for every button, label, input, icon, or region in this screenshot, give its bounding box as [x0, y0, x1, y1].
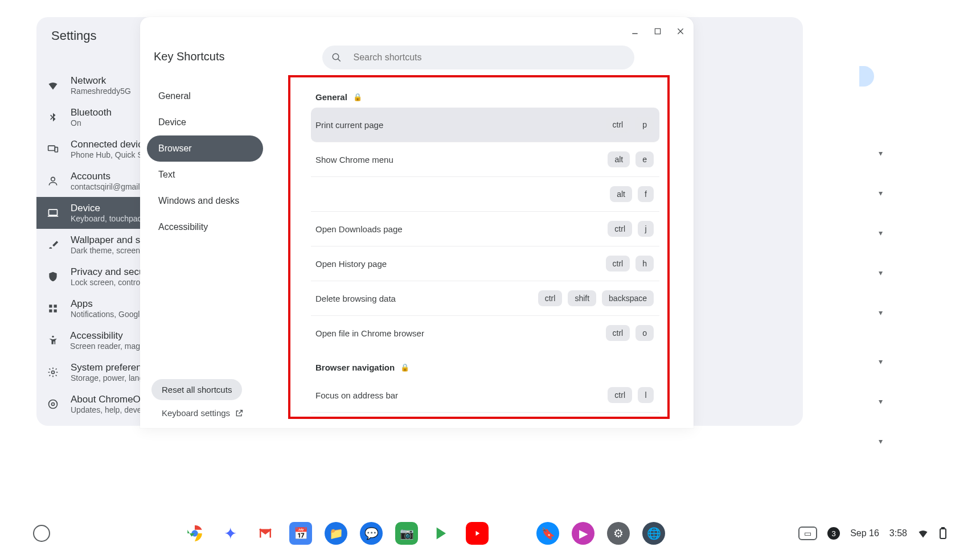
status-tray[interactable]: ▭ 3 Sep 16 3:58 — [798, 527, 947, 540]
shortcut-row[interactable]: Open History page ctrl h — [311, 246, 659, 281]
chevron-down-icon: ▾ — [873, 354, 888, 369]
svg-line-17 — [338, 59, 341, 61]
battery-status-icon — [939, 527, 947, 540]
calendar-app-icon[interactable]: 📅 — [289, 522, 312, 545]
svg-rect-13 — [655, 28, 660, 34]
maximize-button[interactable] — [650, 24, 665, 39]
shortcut-row[interactable]: Open Downloads page ctrl j — [311, 212, 659, 246]
chevron-down-icon: ▾ — [873, 434, 888, 449]
svg-rect-6 — [49, 310, 52, 312]
keycap: alt — [608, 151, 630, 167]
category-device[interactable]: Device — [147, 109, 263, 135]
sidebar-item-sublabel: Rameshreddy5G — [71, 87, 131, 96]
keyboard-settings-link[interactable]: Keyboard settings — [151, 408, 244, 418]
play-store-app-icon[interactable] — [430, 522, 453, 545]
shortcut-keys: ctrl p — [606, 117, 654, 133]
svg-rect-4 — [49, 305, 52, 307]
phone-hub-icon[interactable]: ▭ — [798, 527, 817, 540]
shortcut-label: Focus on address bar — [315, 390, 398, 400]
keycap: h — [635, 256, 654, 272]
shelf-apps: ✦ 📅 📁 💬 📷 ❋ 🔖 ▶ ⚙ 🌐 — [183, 522, 665, 545]
keycap: ctrl — [608, 387, 632, 403]
sidebar-item-label: Bluetooth — [71, 107, 112, 118]
shortcut-label: Show Chrome menu — [315, 155, 393, 165]
status-date: Sep 16 — [850, 528, 879, 538]
youtube-app-icon[interactable] — [466, 522, 489, 545]
reset-all-shortcuts-button[interactable]: Reset all shortcuts — [151, 379, 242, 400]
shortcut-label: Open file in Chrome browser — [315, 328, 424, 338]
shortcut-keys: ctrl h — [606, 256, 654, 272]
close-button[interactable] — [673, 24, 688, 39]
keycap: f — [638, 186, 654, 202]
svg-point-10 — [49, 400, 58, 409]
svg-rect-20 — [940, 529, 946, 538]
photos-app-icon[interactable]: ❋ — [501, 522, 524, 545]
keycap: j — [638, 221, 654, 237]
shortcut-label: Open History page — [315, 259, 387, 269]
key-shortcuts-window: Key Shortcuts General Device Browser Tex… — [140, 17, 694, 428]
gmail-app-icon[interactable] — [254, 522, 277, 545]
search-input[interactable] — [354, 52, 626, 63]
files-app-icon[interactable]: 📁 — [325, 522, 347, 545]
shortcut-keys: alt f — [610, 186, 654, 202]
launcher-button[interactable] — [33, 525, 50, 542]
search-shortcuts[interactable] — [322, 46, 634, 69]
app-icon-blue[interactable]: 🔖 — [536, 522, 559, 545]
notification-count[interactable]: 3 — [827, 527, 840, 540]
section-header-label: General — [315, 92, 347, 102]
a11y-icon — [47, 334, 59, 347]
keycap: l — [638, 387, 654, 403]
keycap: alt — [610, 186, 632, 202]
shortcut-row[interactable]: Focus on address bar ctrl l — [311, 378, 659, 413]
gemini-app-icon[interactable]: ✦ — [219, 522, 241, 545]
sidebar-item-sublabel: On — [71, 118, 112, 128]
laptop-icon — [47, 207, 59, 219]
section-header-browser-navigation: Browser navigation 🔒 — [311, 360, 659, 378]
shortcut-row[interactable]: Print current page ctrl p — [311, 108, 659, 142]
svg-point-16 — [333, 54, 339, 60]
shortcut-row[interactable]: Delete browsing data ctrl shift backspac… — [311, 281, 659, 316]
shortcut-label: Open Downloads page — [315, 224, 403, 234]
section-header-general: General 🔒 — [311, 90, 659, 108]
brush-icon — [47, 239, 59, 251]
chevron-down-icon: ▾ — [873, 146, 888, 161]
svg-rect-7 — [54, 310, 57, 312]
svg-rect-3 — [49, 209, 58, 215]
shortcuts-list[interactable]: General 🔒 Print current page ctrl p Show… — [311, 90, 659, 417]
key-shortcuts-title: Key Shortcuts — [154, 50, 225, 63]
chevron-down-icon: ▾ — [873, 225, 888, 240]
shortcut-row[interactable]: Open file in Chrome browser ctrl o — [311, 316, 659, 350]
svg-point-9 — [52, 371, 55, 374]
chrome-app-icon[interactable] — [183, 522, 206, 545]
sidebar-item-label: Network — [71, 75, 131, 87]
shortcut-keys: ctrl shift backspace — [538, 290, 654, 306]
category-accessibility[interactable]: Accessibility — [147, 214, 263, 240]
svg-rect-0 — [48, 146, 55, 150]
settings-app-icon[interactable]: ⚙ — [607, 522, 630, 545]
chevron-down-icon: ▾ — [873, 305, 888, 320]
category-list: General Device Browser Text Windows and … — [147, 83, 263, 240]
shortcut-row[interactable]: alt d — [311, 413, 659, 417]
svg-point-2 — [51, 177, 55, 181]
window-controls — [628, 24, 688, 39]
category-windows-desks[interactable]: Windows and desks — [147, 188, 263, 214]
app-icon-globe[interactable]: 🌐 — [642, 522, 665, 545]
shortcut-keys: ctrl o — [606, 325, 654, 341]
chevron-down-icon: ▾ — [873, 394, 888, 409]
chevron-down-icon: ▾ — [873, 265, 888, 280]
messages-app-icon[interactable]: 💬 — [360, 522, 383, 545]
category-browser[interactable]: Browser — [147, 135, 263, 162]
keycap: p — [635, 117, 654, 133]
camera-app-icon[interactable]: 📷 — [395, 522, 418, 545]
minimize-button[interactable] — [628, 24, 642, 39]
category-general[interactable]: General — [147, 83, 263, 109]
shortcut-row[interactable]: Show Chrome menu alt e — [311, 142, 659, 177]
category-text[interactable]: Text — [147, 162, 263, 188]
wifi-status-icon — [917, 528, 929, 539]
keycap: ctrl — [606, 256, 630, 272]
keycap: ctrl — [606, 117, 630, 133]
shortcut-row[interactable]: alt f — [311, 177, 659, 212]
svg-rect-21 — [942, 528, 944, 529]
svg-point-11 — [52, 403, 55, 406]
app-icon-pink[interactable]: ▶ — [572, 522, 594, 545]
